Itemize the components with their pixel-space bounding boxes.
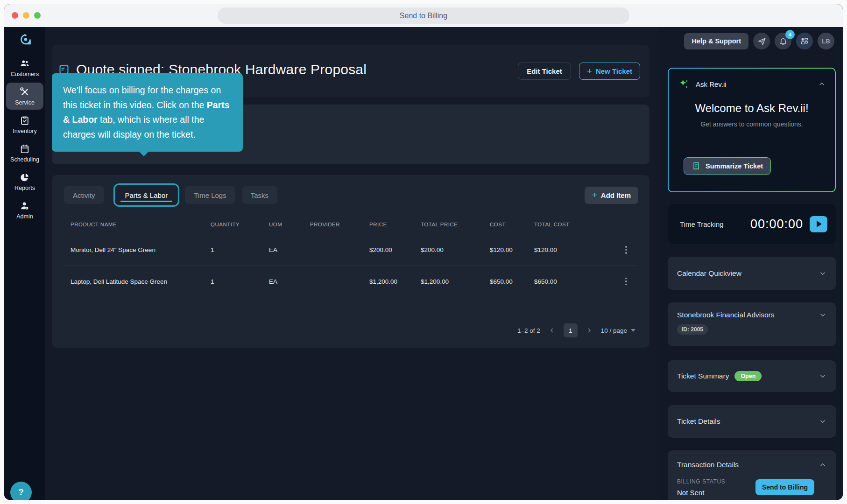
tab-label: Activity — [73, 191, 95, 199]
customer-panel[interactable]: Stonebrook Financial Advisors ID: 2005 — [668, 302, 836, 346]
avatar-initials: LB — [822, 38, 830, 45]
col-provider: PROVIDER — [310, 222, 369, 227]
transaction-details-panel: Transaction Details BILLING STATUS Not S… — [668, 450, 836, 500]
col-cost: COST — [490, 222, 534, 227]
play-icon — [817, 221, 822, 227]
apps-dashboard-button[interactable] — [796, 33, 813, 49]
sidebar-item-scheduling[interactable]: Scheduling — [6, 140, 43, 167]
chevron-down-icon[interactable] — [819, 270, 826, 277]
sidebar-item-inventory[interactable]: Inventory — [6, 111, 43, 138]
plus-icon: + — [592, 190, 597, 200]
parts-labor-table: PRODUCT NAME QUANTITY UOM PROVIDER PRICE… — [63, 207, 638, 297]
notifications-button[interactable]: 4 — [775, 33, 791, 49]
chevron-down-icon[interactable] — [819, 311, 826, 319]
chevron-down-icon[interactable] — [819, 372, 826, 380]
tab-label: Parts & Labor — [125, 191, 168, 199]
sidebar-item-reports[interactable]: Reports — [6, 168, 43, 195]
edit-ticket-button[interactable]: Edit Ticket — [518, 63, 571, 80]
page-size-value: 10 / page — [601, 327, 627, 334]
sidebar-item-label: Inventory — [13, 128, 36, 134]
tooltip-pointer — [139, 151, 149, 156]
ticket-content-card: Activity Parts & Labor Time Logs Tasks + — [52, 175, 649, 348]
customer-name: Stonebrook Financial Advisors — [677, 311, 775, 319]
ask-revii-panel: Ask Rev.ii Welcome to Ask Rev.ii! Get an… — [668, 68, 836, 192]
cell-total-cost: $120.00 — [534, 246, 622, 253]
user-avatar[interactable]: LB — [818, 33, 834, 49]
active-tab-underline — [120, 201, 173, 202]
time-tracking-label: Time Tracking — [680, 220, 724, 228]
send-message-button[interactable] — [753, 33, 770, 49]
add-item-button[interactable]: + Add Item — [585, 187, 638, 204]
col-total-price: TOTAL PRICE — [421, 222, 490, 227]
tooltip-text: We'll focus on billing for the charges o… — [63, 85, 221, 110]
row-actions-kebab-icon[interactable] — [622, 275, 630, 288]
bell-icon — [779, 37, 788, 46]
ticket-tabs: Activity Parts & Labor Time Logs Tasks + — [52, 175, 649, 207]
cell-uom: EA — [269, 246, 310, 253]
tab-label: Tasks — [251, 191, 268, 199]
col-price: PRICE — [369, 222, 421, 227]
sidebar-item-admin[interactable]: Admin — [6, 196, 43, 224]
ticket-summary-panel[interactable]: Ticket Summary Open — [668, 360, 836, 392]
service-tools-icon — [20, 87, 30, 97]
close-window-button[interactable] — [12, 12, 18, 19]
cell-product: Monitor, Dell 24" Space Green — [71, 246, 211, 253]
sidebar-item-label: Scheduling — [10, 156, 39, 163]
sidebar-item-service[interactable]: Service — [6, 83, 43, 110]
new-ticket-button[interactable]: + New Ticket — [579, 63, 640, 80]
send-to-billing-button[interactable]: Send to Billing — [755, 479, 814, 495]
tab-label: Time Logs — [194, 191, 226, 199]
ask-revii-subtext: Get answers to common questions. — [669, 120, 835, 128]
cell-cost: $650.00 — [490, 278, 534, 285]
left-nav-rail: Customers Service Inventory — [4, 27, 45, 500]
tab-parts-and-labor[interactable]: Parts & Labor — [116, 186, 177, 204]
next-page-icon[interactable] — [586, 327, 593, 334]
question-mark-icon: ? — [18, 487, 24, 497]
cell-uom: EA — [269, 278, 310, 285]
calendar-quickview-panel[interactable]: Calendar Quickview — [668, 257, 836, 290]
inventory-clipboard-icon — [20, 115, 30, 126]
top-action-bar: Help & Support 4 — [684, 33, 834, 49]
send-to-billing-label: Send to Billing — [762, 483, 808, 491]
current-page-button[interactable]: 1 — [564, 323, 578, 337]
chevron-down-icon[interactable] — [819, 418, 826, 425]
table-row[interactable]: Laptop, Dell Latitude Space Green 1 EA $… — [63, 266, 638, 297]
tab-time-logs[interactable]: Time Logs — [185, 186, 235, 204]
add-item-label: Add Item — [601, 191, 631, 199]
customers-people-icon — [20, 58, 30, 69]
col-product-name: PRODUCT NAME — [71, 222, 211, 227]
help-support-button[interactable]: Help & Support — [684, 33, 748, 49]
zoom-window-button[interactable] — [34, 12, 41, 19]
ticket-summary-label: Ticket Summary — [677, 372, 729, 380]
cell-price: $1,200.00 — [369, 278, 421, 285]
page-size-select[interactable]: 10 / page — [601, 327, 635, 334]
table-row[interactable]: Monitor, Dell 24" Space Green 1 EA $200.… — [63, 234, 638, 266]
chevron-up-icon[interactable] — [819, 461, 826, 469]
tutorial-tooltip: We'll focus on billing for the charges o… — [52, 73, 243, 152]
ticket-details-label: Ticket Details — [677, 417, 720, 426]
start-timer-button[interactable] — [810, 216, 827, 232]
cell-quantity: 1 — [211, 278, 269, 285]
tab-tasks[interactable]: Tasks — [242, 186, 277, 204]
summarize-ticket-button[interactable]: Summarize Ticket — [684, 157, 771, 175]
collapse-panel-chevron-up-icon[interactable] — [818, 80, 826, 88]
ticket-details-panel[interactable]: Ticket Details — [668, 405, 836, 438]
help-support-label: Help & Support — [692, 37, 741, 45]
previous-page-icon[interactable] — [549, 327, 555, 334]
new-ticket-label: New Ticket — [596, 67, 632, 75]
sidebar-item-customers[interactable]: Customers — [6, 54, 43, 81]
help-fab-button[interactable]: ? — [10, 482, 32, 500]
receipt-icon — [692, 161, 701, 171]
sidebar-item-label: Service — [15, 99, 35, 106]
cell-price: $200.00 — [369, 246, 421, 253]
cell-total-price: $1,200.00 — [421, 278, 490, 285]
minimize-window-button[interactable] — [23, 12, 29, 19]
sparkles-icon — [678, 78, 690, 90]
tab-activity[interactable]: Activity — [64, 186, 104, 204]
reports-pie-chart-icon — [20, 172, 30, 182]
summarize-ticket-label: Summarize Ticket — [706, 162, 763, 170]
col-total-cost: TOTAL COST — [534, 222, 622, 227]
app-logo-icon[interactable] — [20, 33, 32, 47]
sidebar-item-label: Customers — [11, 71, 39, 77]
row-actions-kebab-icon[interactable] — [622, 243, 630, 257]
